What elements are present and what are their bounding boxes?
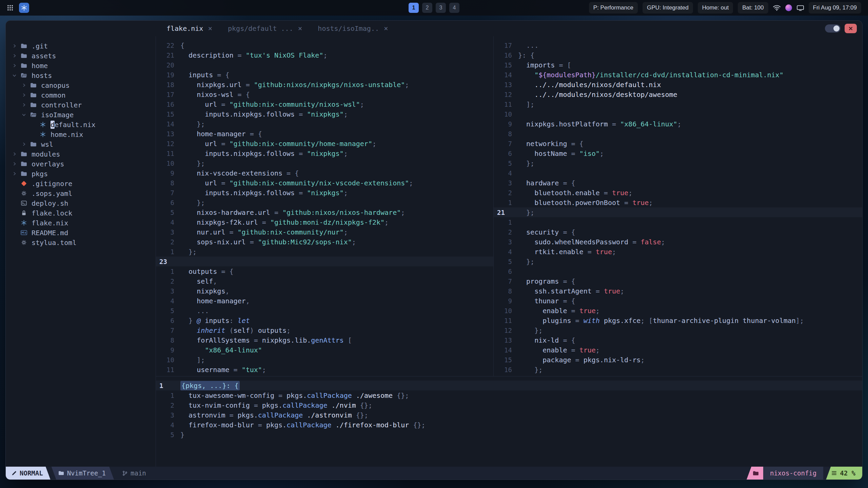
code-line[interactable]: 17 nixos-wsl = { <box>156 89 493 99</box>
code-line[interactable]: 1{pkgs, ...}: { <box>156 381 862 390</box>
code-line[interactable]: 4 home-manager, <box>156 296 493 306</box>
workspace-1[interactable]: 1 <box>409 3 419 13</box>
code-line[interactable]: 11 inputs.nixpkgs.follows = "nixpkgs"; <box>156 148 493 158</box>
code-line[interactable]: 11 ]; <box>494 99 862 109</box>
code-line[interactable]: 4 <box>494 168 862 178</box>
code-line[interactable]: 4 firefox-mod-blur = pkgs.callPackage ./… <box>156 420 862 430</box>
code-line[interactable]: 3 hardware = { <box>494 178 862 188</box>
code-line[interactable]: 10 <box>494 109 862 119</box>
close-icon[interactable]: × <box>384 24 388 33</box>
code-line[interactable]: 10 enable = true; <box>494 306 862 316</box>
tree-file-default-nix[interactable]: default.nix <box>6 120 156 129</box>
close-icon[interactable]: × <box>208 24 212 33</box>
code-line[interactable]: 12 url = "github:nix-community/home-mana… <box>156 139 493 148</box>
tree-dir-isoimage[interactable]: isoImage <box>6 110 156 120</box>
code-line[interactable]: 9 thunar = { <box>494 296 862 306</box>
code-line[interactable]: 5 ... <box>156 306 493 316</box>
workspace-3[interactable]: 3 <box>436 3 446 13</box>
workspace-2[interactable]: 2 <box>422 3 432 13</box>
tree-dir-wsl[interactable]: wsl <box>6 139 156 149</box>
tree-dir-git[interactable]: .git <box>6 41 156 51</box>
code-line[interactable]: 14 enable = true; <box>494 345 862 355</box>
code-line[interactable]: 2 bluetooth.enable = true; <box>494 188 862 198</box>
code-line[interactable]: 9 "x86_64-linux" <box>156 345 493 355</box>
code-line[interactable]: 13 ../../modules/nixos/default.nix <box>494 80 862 89</box>
code-line[interactable]: 6 hostName = "iso"; <box>494 148 862 158</box>
code-line[interactable]: 7 networking = { <box>494 139 862 148</box>
code-line[interactable]: 6 } @ inputs: let <box>156 316 493 325</box>
code-line[interactable]: 3 astronvim = pkgs.callPackage ./astronv… <box>156 410 862 420</box>
code-line[interactable]: 9 nix-vscode-extensions = { <box>156 168 493 178</box>
tree-dir-hosts[interactable]: hosts <box>6 70 156 80</box>
tab-flake-nix[interactable]: flake.nix× <box>157 21 218 36</box>
code-line[interactable]: 16 }; <box>494 365 862 374</box>
code-line[interactable]: 15 package = pkgs.nix-ld-rs; <box>494 355 862 365</box>
code-line[interactable]: 7 programs = { <box>494 276 862 286</box>
code-line[interactable]: 7 inherit (self) outputs; <box>156 325 493 335</box>
tree-file-flake-nix[interactable]: flake.nix <box>6 218 156 228</box>
code-line[interactable]: 21 }; <box>494 207 862 217</box>
status-dot-icon[interactable] <box>785 4 792 11</box>
code-line[interactable]: 2 security = { <box>494 227 862 237</box>
display-icon[interactable] <box>797 5 804 11</box>
code-line[interactable]: 6 }; <box>156 198 493 207</box>
code-line[interactable]: 13 nix-ld = { <box>494 335 862 345</box>
code-line[interactable]: 12 ../../modules/nixos/desktop/awesome <box>494 89 862 99</box>
code-line[interactable]: 1 outputs = { <box>156 266 493 276</box>
tree-file-flake-lock[interactable]: flake.lock <box>6 208 156 218</box>
tree-file-gitignore[interactable]: .gitignore <box>6 179 156 188</box>
tree-file-sops-yaml[interactable]: .sops.yaml <box>6 188 156 198</box>
code-line[interactable]: 4 rtkit.enable = true; <box>494 247 862 257</box>
tree-dir-home[interactable]: home <box>6 61 156 70</box>
active-buffer[interactable]: NvimTree_1 <box>52 467 114 480</box>
code-line[interactable]: 15 imports = [ <box>494 60 862 70</box>
code-line[interactable]: 8 forAllSystems = nixpkgs.lib.genAttrs [ <box>156 335 493 345</box>
code-line[interactable]: 1 tux-awesome-wm-config = pkgs.callPacka… <box>156 390 862 400</box>
code-line[interactable]: 14 }; <box>156 119 493 129</box>
code-line[interactable]: 16}: { <box>494 50 862 60</box>
code-line[interactable]: 16 url = "github:nix-community/nixos-wsl… <box>156 99 493 109</box>
code-line[interactable]: 7 inputs.nixpkgs.follows = "nixpkgs"; <box>156 188 493 198</box>
code-line[interactable]: 8 url = "github:nix-community/nix-vscode… <box>156 178 493 188</box>
code-line[interactable]: 13 home-manager = { <box>156 129 493 139</box>
tree-dir-overlays[interactable]: overlays <box>6 159 156 169</box>
tree-file-readme-md[interactable]: README.md <box>6 228 156 238</box>
code-line[interactable]: 20 <box>156 60 493 70</box>
tree-dir-common[interactable]: common <box>6 90 156 100</box>
close-icon[interactable]: × <box>298 24 302 33</box>
code-line[interactable]: 10 ]; <box>156 355 493 365</box>
window-close-button[interactable]: × <box>845 24 857 33</box>
code-line[interactable]: 5 }; <box>494 158 862 168</box>
git-branch[interactable]: main <box>116 467 152 480</box>
code-line[interactable]: 17 ... <box>494 40 862 50</box>
wifi-icon[interactable] <box>773 5 781 11</box>
code-line[interactable]: 5 }; <box>494 257 862 266</box>
tree-file-home-nix[interactable]: home.nix <box>6 129 156 139</box>
code-line[interactable]: 11 username = "tux"; <box>156 365 493 374</box>
code-line[interactable]: 9 nixpkgs.hostPlatform = "x86_64-linux"; <box>494 119 862 129</box>
code-line[interactable]: 8 ssh.startAgent = true; <box>494 286 862 296</box>
code-line[interactable]: 12 }; <box>494 325 862 335</box>
workspace-4[interactable]: 4 <box>449 3 459 13</box>
code-line[interactable]: 2 tux-nvim-config = pkgs.callPackage ./n… <box>156 400 862 410</box>
code-line[interactable]: 21 description = "tux's NixOS Flake"; <box>156 50 493 60</box>
ontop-toggle[interactable] <box>825 24 841 33</box>
code-line[interactable]: 5} <box>156 430 862 440</box>
code-line[interactable]: 22{ <box>156 40 493 50</box>
code-line[interactable]: 1 <box>494 217 862 227</box>
code-line[interactable]: 2 sops-nix.url = "github:Mic92/sops-nix"… <box>156 237 493 247</box>
code-line[interactable]: 18 nixpkgs.url = "github:nixos/nixpkgs/n… <box>156 80 493 89</box>
code-line[interactable]: 3 nur.url = "github:nix-community/nur"; <box>156 227 493 237</box>
code-line[interactable]: 1 bluetooth.powerOnBoot = true; <box>494 198 862 207</box>
tree-dir-pkgs[interactable]: pkgs <box>6 169 156 179</box>
nix-logo-icon[interactable] <box>19 3 29 13</box>
code-line[interactable]: 10 }; <box>156 158 493 168</box>
tab-pkgs-default[interactable]: pkgs/default ...× <box>218 21 308 36</box>
code-line[interactable]: 1 }; <box>156 247 493 257</box>
tree-dir-modules[interactable]: modules <box>6 149 156 159</box>
apps-grid-icon[interactable] <box>7 4 14 11</box>
tree-file-deploy-sh[interactable]: deploy.sh <box>6 198 156 208</box>
code-line[interactable]: 19 inputs = { <box>156 70 493 80</box>
code-line[interactable]: 6 <box>494 266 862 276</box>
code-line[interactable]: 23 <box>156 257 493 266</box>
